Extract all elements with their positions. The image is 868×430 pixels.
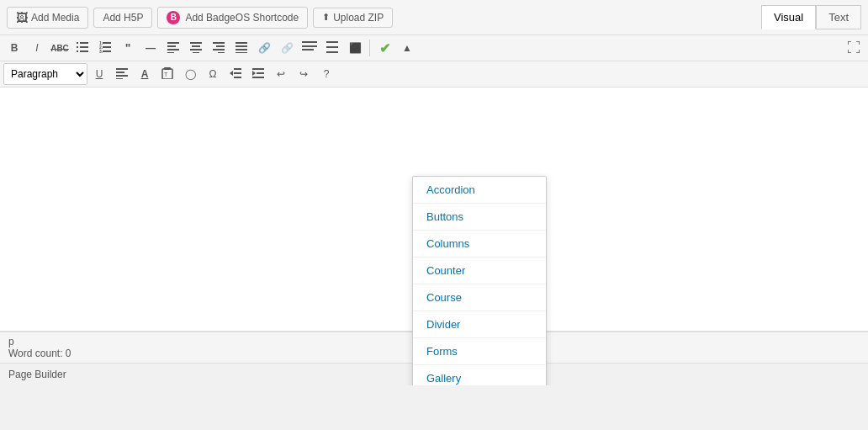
undo-icon: ↩ (277, 68, 285, 80)
word-count-value: 0 (66, 348, 71, 359)
blockquote-icon: " (125, 41, 131, 55)
outdent-button[interactable] (225, 63, 246, 85)
hr-button[interactable]: — (140, 37, 161, 59)
svg-rect-25 (236, 45, 247, 47)
top-toolbar: 🖼 Add Media Add H5P B Add BadgeOS Shortc… (0, 0, 868, 35)
wp-plugin-icon: ✔ (379, 40, 390, 56)
badgeos-icon: B (167, 11, 180, 24)
svg-rect-30 (302, 49, 314, 50)
visual-tab[interactable]: Visual (761, 5, 816, 29)
align-center-button[interactable] (185, 37, 207, 59)
link-icon: 🔗 (258, 42, 271, 54)
svg-rect-28 (302, 45, 317, 47)
up-arrow-button[interactable]: ▲ (396, 37, 418, 59)
unlink-button[interactable]: 🔗 (276, 37, 298, 59)
insert-more-icon (302, 41, 317, 56)
italic-icon: I (35, 42, 38, 54)
svg-rect-26 (236, 49, 247, 50)
blockquote-button[interactable]: " (117, 37, 139, 59)
wp-plugin-icon-button[interactable]: ✔ (373, 37, 395, 59)
italic-button[interactable]: I (26, 37, 48, 59)
dropdown-item-buttons[interactable]: Buttons (413, 204, 546, 231)
distraction-free-icon: ⬛ (349, 42, 362, 54)
svg-rect-0 (77, 42, 78, 44)
upload-zip-button[interactable]: ⬆ Upload ZIP (313, 8, 393, 28)
unlink-icon: 🔗 (281, 42, 294, 54)
dropdown-item-divider[interactable]: Divider (413, 311, 546, 338)
svg-rect-3 (80, 46, 88, 48)
align-justify-icon (236, 41, 247, 56)
shortcode-dropdown-menu: Accordion Buttons Columns Counter Course… (412, 176, 547, 385)
dropdown-item-counter[interactable]: Counter (413, 257, 546, 284)
bullet-list-button[interactable] (71, 37, 93, 59)
path-label: p (8, 336, 14, 348)
add-media-icon: 🖼 (16, 11, 28, 24)
svg-rect-4 (77, 50, 78, 52)
omega-icon: Ω (209, 68, 217, 80)
redo-button[interactable]: ↪ (293, 63, 315, 85)
text-color-button[interactable]: A (134, 63, 156, 85)
svg-rect-42 (234, 68, 241, 70)
svg-rect-48 (252, 77, 264, 78)
text-color-icon: A (141, 68, 149, 80)
dropdown-item-gallery[interactable]: Gallery (413, 365, 546, 385)
toggle-toolbar-button[interactable] (321, 37, 343, 59)
indent-icon (252, 67, 264, 82)
svg-rect-35 (116, 72, 124, 73)
dropdown-item-forms[interactable]: Forms (413, 338, 546, 365)
svg-rect-46 (252, 68, 264, 70)
svg-rect-31 (326, 41, 338, 43)
svg-rect-36 (116, 75, 128, 77)
svg-marker-41 (230, 71, 233, 76)
svg-rect-2 (77, 46, 78, 48)
align-justify-button[interactable] (230, 37, 252, 59)
paragraph-select[interactable]: Paragraph Heading 1 Heading 2 Heading 3 … (3, 63, 87, 85)
align-left-2-icon (116, 67, 128, 82)
upload-icon: ⬆ (322, 12, 330, 23)
add-h5p-button[interactable]: Add H5P (93, 8, 152, 28)
editor-toolbar-row1: B I ABC 1.2.3. " — 🔗 🔗 (0, 35, 868, 61)
align-center-icon (190, 41, 202, 56)
svg-rect-17 (192, 45, 200, 47)
svg-rect-14 (167, 49, 179, 50)
help-button[interactable]: ? (315, 63, 337, 85)
text-tab[interactable]: Text (816, 5, 861, 29)
insert-more-button[interactable] (299, 37, 320, 59)
toggle-toolbar-icon (326, 41, 338, 56)
underline-icon: U (96, 68, 103, 80)
distraction-free-button[interactable]: ⬛ (344, 37, 366, 59)
dropdown-item-course[interactable]: Course (413, 284, 546, 311)
add-badgeos-button[interactable]: B Add BadgeOS Shortcode (157, 7, 308, 29)
align-left-button[interactable] (162, 37, 184, 59)
svg-rect-16 (190, 42, 202, 44)
bold-button[interactable]: B (3, 37, 25, 59)
svg-rect-19 (193, 52, 199, 53)
clear-format-button[interactable]: ◯ (179, 63, 201, 85)
strikethrough-button[interactable]: ABC (49, 37, 71, 59)
dropdown-item-columns[interactable]: Columns (413, 231, 546, 257)
editor-content-area[interactable]: Accordion Buttons Columns Counter Course… (0, 88, 868, 332)
align-left-icon (167, 41, 179, 56)
svg-rect-32 (326, 46, 338, 48)
svg-rect-22 (213, 49, 225, 50)
align-right-button[interactable] (208, 37, 230, 59)
undo-button[interactable]: ↩ (270, 63, 292, 85)
indent-button[interactable] (247, 63, 269, 85)
underline-button[interactable]: U (88, 63, 110, 85)
fullscreen-button[interactable] (843, 37, 865, 59)
special-char-button[interactable]: Ω (202, 63, 224, 85)
align-left-2-button[interactable] (111, 63, 133, 85)
custom-format-button[interactable]: T (156, 63, 178, 85)
svg-rect-18 (190, 49, 202, 50)
numbered-list-button[interactable]: 1.2.3. (94, 37, 116, 59)
dropdown-item-accordion[interactable]: Accordion (413, 177, 546, 204)
help-icon: ? (324, 68, 330, 80)
link-button[interactable]: 🔗 (253, 37, 275, 59)
add-media-button[interactable]: 🖼 Add Media (7, 7, 88, 29)
fullscreen-icon (848, 41, 860, 56)
svg-rect-37 (116, 78, 123, 79)
redo-icon: ↪ (299, 68, 308, 80)
word-count-label: Word count: (8, 348, 62, 359)
svg-rect-44 (234, 77, 241, 78)
svg-rect-5 (80, 50, 88, 52)
